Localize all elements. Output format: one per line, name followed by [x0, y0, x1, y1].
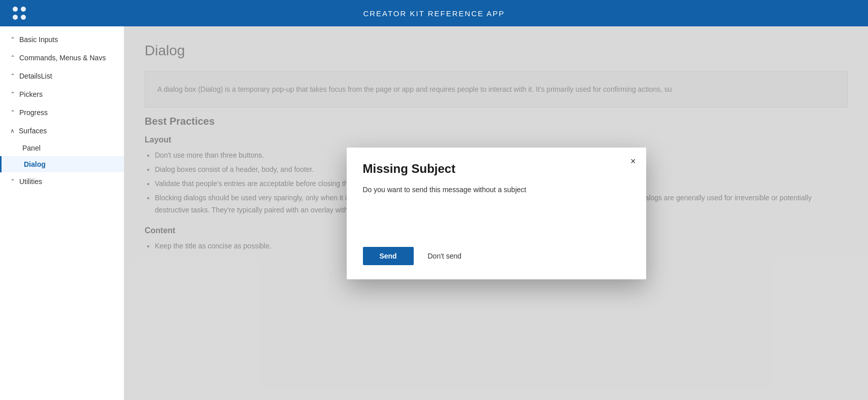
svg-point-0 — [13, 7, 18, 12]
sidebar: ⌃ Basic Inputs ⌃ Commands, Menus & Navs … — [0, 26, 124, 400]
dialog-footer: Send Don't send — [363, 247, 630, 265]
svg-point-1 — [21, 7, 26, 12]
chevron-icon: ⌃ — [10, 178, 15, 185]
sidebar-item-basic-inputs[interactable]: ⌃ Basic Inputs — [0, 30, 124, 49]
sidebar-item-commands-menus-navs[interactable]: ⌃ Commands, Menus & Navs — [0, 49, 124, 67]
dialog-overlay: × Missing Subject Do you want to send th… — [124, 26, 868, 400]
chevron-icon: ∧ — [10, 127, 15, 134]
chevron-icon: ⌃ — [10, 54, 15, 61]
dialog: × Missing Subject Do you want to send th… — [347, 148, 646, 279]
chevron-icon: ⌃ — [10, 36, 15, 43]
dialog-body: Do you want to send this message without… — [363, 184, 630, 231]
sidebar-item-progress[interactable]: ⌃ Progress — [0, 103, 124, 122]
sidebar-subitem-panel[interactable]: Panel — [0, 140, 124, 156]
sidebar-item-utilities[interactable]: ⌃ Utilities — [0, 172, 124, 191]
main-content: Dialog A dialog box (Dialog) is a tempor… — [124, 26, 868, 400]
svg-point-2 — [13, 15, 18, 20]
sidebar-subitem-dialog[interactable]: Dialog — [0, 156, 124, 172]
dialog-close-button[interactable]: × — [627, 155, 639, 168]
main-layout: ⌃ Basic Inputs ⌃ Commands, Menus & Navs … — [0, 26, 868, 400]
sidebar-item-detailslist[interactable]: ⌃ DetailsList — [0, 67, 124, 85]
dialog-title: Missing Subject — [363, 162, 630, 176]
chevron-icon: ⌃ — [10, 109, 15, 116]
dont-send-button[interactable]: Don't send — [420, 247, 470, 265]
sidebar-item-pickers[interactable]: ⌃ Pickers — [0, 85, 124, 103]
chevron-icon: ⌃ — [10, 72, 15, 80]
app-logo — [10, 4, 28, 22]
sidebar-item-surfaces[interactable]: ∧ Surfaces — [0, 122, 124, 140]
app-header: CREATOR KIT REFERENCE APP — [0, 0, 868, 26]
chevron-icon: ⌃ — [10, 91, 15, 98]
send-button[interactable]: Send — [363, 247, 414, 265]
header-title: CREATOR KIT REFERENCE APP — [363, 9, 505, 18]
svg-point-3 — [21, 15, 26, 20]
